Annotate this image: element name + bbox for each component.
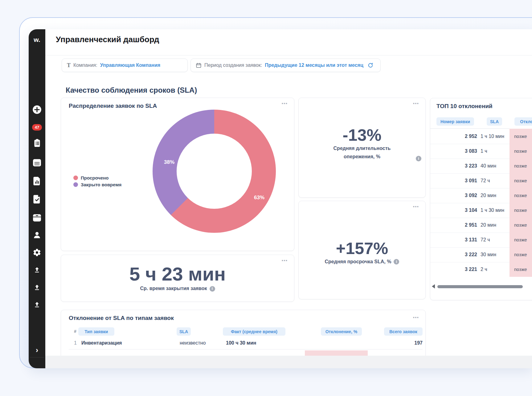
column-header-total[interactable]: Всего заявок — [384, 327, 423, 336]
sla-value: 40 мин — [481, 159, 496, 173]
calendar-icon — [196, 63, 202, 68]
sidebar-item-archive[interactable] — [32, 212, 42, 223]
table-row[interactable]: 3 09172 чпозже — [430, 173, 532, 188]
doc-check-icon — [33, 195, 41, 204]
company-filter-label: Компания: — [73, 63, 97, 68]
table-row[interactable]: 2 9521 ч 10 минпозже — [430, 129, 532, 144]
table-row[interactable]: 3 22340 минпозже — [430, 159, 532, 173]
app-logo: w. — [29, 36, 45, 43]
sidebar-divider — [30, 357, 44, 358]
sidebar-item-upload-3[interactable] — [32, 300, 42, 310]
deviation-value: позже — [514, 144, 527, 159]
request-number: 2 951 — [436, 218, 477, 232]
page-title: Управленческий дашборд — [56, 35, 159, 44]
column-header-fact[interactable]: Факт (среднее время) — [223, 327, 285, 336]
app-window: w. 47 › Управленческий дашборд T Компани… — [29, 29, 532, 368]
request-number: 3 223 — [436, 159, 477, 173]
column-header-request-type[interactable]: Тип заявки — [78, 327, 114, 336]
avg-lead-time-value: -13% — [342, 126, 381, 144]
sidebar-item-notifications[interactable]: 47 — [32, 122, 42, 132]
plus-circle-icon — [32, 105, 42, 114]
avg-overdue-content: +157% Средняя просрочка SLA, %i — [299, 201, 425, 299]
avg-close-time-content: 5 ч 23 мин Ср. время закрытия заявокi — [61, 255, 294, 301]
request-number: 3 104 — [436, 203, 477, 218]
legend-label: Закрыто вовремя — [81, 182, 121, 187]
info-icon[interactable]: i — [416, 156, 421, 161]
sidebar-item-tasks[interactable] — [32, 138, 42, 148]
sidebar: w. 47 › — [29, 29, 45, 368]
scrollbar-left-arrow[interactable] — [432, 284, 435, 289]
upload-icon — [33, 266, 41, 274]
info-icon[interactable]: i — [394, 259, 399, 265]
column-header-sla[interactable]: SLA — [177, 327, 191, 336]
avg-lead-time-card: ⋯ -13% Средняя длительность опережения, … — [298, 98, 426, 198]
column-header-deviation-pct[interactable]: Отклонение, % — [321, 327, 362, 336]
request-number: 2 952 — [436, 129, 477, 144]
card-menu-icon[interactable]: ⋯ — [281, 100, 288, 107]
table-row[interactable]: 3 13172 чпозже — [430, 232, 532, 247]
sla-value: 20 мин — [481, 188, 496, 203]
sidebar-item-profile[interactable] — [32, 230, 42, 240]
table-row[interactable]: 3 2212 чпозже — [430, 262, 532, 277]
legend-item-overdue[interactable]: Просрочено — [73, 174, 121, 181]
sidebar-item-calendar[interactable] — [32, 157, 42, 168]
table-row[interactable]: 3 09220 минпозже — [430, 188, 532, 203]
gear-icon — [33, 248, 41, 257]
sidebar-item-upload-1[interactable] — [32, 265, 42, 275]
legend-label: Просрочено — [81, 175, 108, 180]
sidebar-item-add[interactable] — [32, 104, 42, 115]
donut-slice-label-ontime: 38% — [164, 159, 174, 165]
sla-donut-chart[interactable]: 63% 38% — [153, 110, 276, 233]
deviation-value: позже — [514, 232, 527, 247]
sla-value: 72 ч — [481, 232, 490, 247]
refresh-icon[interactable] — [367, 62, 374, 68]
sidebar-expand-chevron-icon[interactable]: › — [29, 346, 45, 354]
info-icon[interactable]: i — [210, 286, 215, 292]
deviation-value: позже — [514, 159, 527, 173]
cell-fact: 100 ч 30 мин — [223, 337, 288, 349]
table-row[interactable]: 2 95120 минпозже — [430, 218, 532, 232]
horizontal-scrollbar-thumb[interactable] — [437, 285, 523, 288]
column-header-deviation[interactable]: Отклонение — [514, 117, 532, 126]
avg-lead-time-content: -13% Средняя длительность опережения, % — [299, 98, 425, 197]
legend-dot-purple — [73, 182, 78, 187]
company-filter-chip[interactable]: T Компания: Управляющая Компания — [62, 59, 188, 72]
sla-distribution-title: Распределение заявок по SLA — [69, 103, 157, 109]
table-row[interactable]: 3 22230 минпозже — [430, 247, 532, 262]
period-filter-chip[interactable]: Период создания заявок: Предыдущие 12 ме… — [190, 59, 381, 72]
period-filter-label: Период создания заявок: — [204, 63, 262, 68]
card-menu-icon[interactable]: ⋯ — [413, 314, 419, 321]
sidebar-item-approvals[interactable] — [32, 194, 42, 204]
period-filter-value[interactable]: Предыдущие 12 месяцы или этот месяц — [265, 63, 363, 68]
viewport-cutoff-strip — [45, 356, 532, 368]
company-filter-value[interactable]: Управляющая Компания — [100, 63, 160, 68]
sla-distribution-card: Распределение заявок по SLA ⋯ 63% 38% Пр… — [61, 98, 294, 251]
sidebar-item-settings[interactable] — [32, 247, 42, 258]
request-number: 3 091 — [436, 173, 477, 188]
archive-icon — [32, 214, 42, 222]
deviation-value: позже — [514, 262, 527, 277]
sidebar-item-reports[interactable] — [32, 176, 42, 186]
avg-lead-time-label: Средняя длительность опережения, % — [334, 144, 391, 161]
column-header-sla[interactable]: SLA — [487, 117, 502, 126]
table-row[interactable]: 3 0831 чпозже — [430, 144, 532, 159]
avg-close-time-value: 5 ч 23 мин — [129, 264, 226, 284]
avg-overdue-label: Средняя просрочка SLA, %i — [325, 257, 399, 266]
person-icon — [33, 231, 41, 239]
table-row[interactable]: 3 1041 ч 30 минпозже — [430, 203, 532, 218]
notification-badge: 47 — [32, 124, 42, 131]
request-number: 3 083 — [436, 144, 477, 159]
column-header-request-number[interactable]: Номер заявки — [436, 117, 474, 126]
sidebar-item-upload-2[interactable] — [32, 282, 42, 293]
legend-item-ontime[interactable]: Закрыто вовремя — [73, 181, 121, 188]
cell-type: Инвентаризация — [78, 337, 158, 349]
cell-index: 1 — [74, 337, 78, 349]
top10-title: ТОП 10 отклонений — [436, 103, 493, 110]
upload-icon — [33, 301, 41, 309]
cell-deviation — [321, 337, 362, 349]
donut-hole — [177, 134, 252, 209]
clipboard-icon — [33, 139, 41, 148]
deviation-value: позже — [514, 203, 527, 218]
avg-close-time-label: Ср. время закрытия заявокi — [140, 284, 215, 293]
section-title: Качество соблюдения сроков (SLA) — [66, 86, 197, 95]
